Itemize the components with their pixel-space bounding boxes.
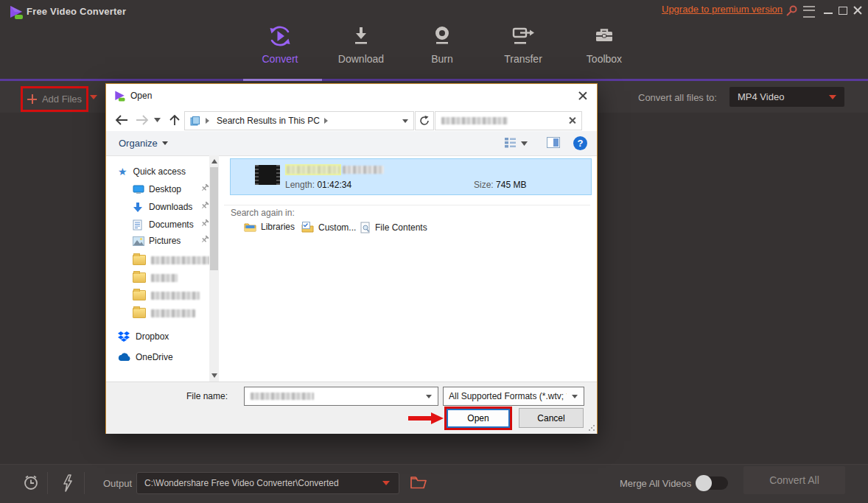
- download-icon: [324, 19, 398, 53]
- scroll-down-icon[interactable]: [211, 373, 217, 378]
- toggle-knob: [696, 475, 712, 491]
- tab-burn[interactable]: Burn: [405, 19, 479, 65]
- sidebar-item-folder[interactable]: [133, 305, 195, 321]
- schedule-clock-icon[interactable]: [22, 474, 40, 491]
- address-dropdown-caret[interactable]: [402, 119, 408, 123]
- tab-toolbox[interactable]: Toolbox: [567, 19, 641, 65]
- tab-transfer[interactable]: Transfer: [486, 19, 560, 65]
- format-filter-select[interactable]: All Supported Formats (*.wtv; *: [443, 387, 584, 406]
- forward-button[interactable]: [134, 112, 150, 128]
- tab-download[interactable]: Download: [324, 19, 398, 65]
- sidebar-item-desktop[interactable]: Desktop: [133, 181, 181, 197]
- size-label: Size:: [474, 180, 494, 190]
- chevron-down-icon: [829, 95, 836, 99]
- sidebar-item-onedrive[interactable]: OneDrive: [118, 349, 173, 365]
- refresh-button[interactable]: [415, 111, 434, 130]
- onedrive-cloud-icon: [118, 353, 131, 362]
- length-label: Length:: [285, 180, 315, 190]
- search-again-libraries[interactable]: Libraries: [244, 222, 295, 232]
- convert-all-button[interactable]: Convert All: [743, 466, 845, 494]
- sidebar-label: Downloads: [149, 202, 192, 212]
- redacted-filename-input: [251, 393, 314, 400]
- add-files-dropdown-caret[interactable]: [90, 95, 97, 99]
- desktop-icon: [133, 185, 144, 194]
- open-output-folder-icon[interactable]: [410, 475, 427, 490]
- file-name-input[interactable]: [244, 387, 438, 406]
- sidebar-item-downloads[interactable]: Downloads: [133, 199, 192, 215]
- pin-icon: [200, 201, 209, 210]
- scroll-up-icon[interactable]: [211, 159, 217, 163]
- cancel-button[interactable]: Cancel: [519, 408, 584, 428]
- address-bar[interactable]: Search Results in This PC: [184, 111, 414, 130]
- pictures-icon: [133, 236, 144, 246]
- scrollbar-thumb[interactable]: [210, 167, 218, 270]
- resize-grip[interactable]: [588, 424, 595, 432]
- sidebar-item-pictures[interactable]: Pictures: [133, 233, 181, 249]
- dialog-titlebar[interactable]: [106, 84, 597, 108]
- open-button[interactable]: Open: [447, 409, 510, 428]
- recent-locations-caret[interactable]: [152, 112, 162, 128]
- redacted-filename-ext: [343, 166, 384, 174]
- change-view-icon[interactable]: [504, 137, 517, 149]
- chevron-down-icon: [162, 141, 168, 145]
- output-path-select[interactable]: C:\Wondershare Free Video Converter\Conv…: [136, 472, 399, 494]
- sidebar-item-folder[interactable]: [133, 270, 178, 286]
- tab-convert[interactable]: Convert: [243, 19, 317, 65]
- sidebar-item-folder[interactable]: [133, 287, 200, 303]
- sidebar-item-documents[interactable]: Documents: [133, 217, 194, 233]
- annotation-arrow-open: [408, 412, 444, 424]
- back-button[interactable]: [113, 112, 130, 128]
- add-files-label: Add Files: [42, 94, 82, 105]
- preview-pane-icon[interactable]: [547, 137, 560, 148]
- custom-folder-icon: [301, 222, 314, 233]
- redacted-folder-name: [151, 292, 200, 300]
- tab-transfer-label: Transfer: [486, 53, 560, 65]
- pin-icon: [200, 235, 209, 244]
- register-search-icon[interactable]: [785, 4, 798, 17]
- breadcrumb-path[interactable]: Search Results in This PC: [217, 116, 320, 126]
- transfer-icon: [486, 19, 560, 53]
- size-value: 745 MB: [496, 180, 526, 190]
- search-result-row[interactable]: Length: 01:42:34 Size: 745 MB: [230, 158, 592, 195]
- view-options-caret[interactable]: [521, 141, 528, 146]
- dialog-close-icon[interactable]: [578, 91, 588, 101]
- clear-search-icon[interactable]: [568, 116, 576, 124]
- location-icon: [189, 115, 201, 127]
- minimize-button[interactable]: [823, 5, 833, 15]
- high-speed-bolt-icon[interactable]: [60, 474, 75, 493]
- app-window: Free Video Converter Upgrade to premium …: [0, 0, 868, 503]
- sidebar-scrollbar[interactable]: [209, 155, 219, 381]
- maximize-button[interactable]: [838, 5, 848, 15]
- search-again-custom[interactable]: Custom...: [301, 222, 356, 233]
- filename-highlight: [285, 164, 341, 175]
- sidebar-label: Quick access: [133, 166, 186, 177]
- video-thumbnail-icon: [255, 165, 280, 185]
- merge-toggle[interactable]: [697, 476, 728, 490]
- breadcrumb-separator: [324, 118, 328, 124]
- search-again-file-contents[interactable]: File Contents: [360, 222, 427, 233]
- add-files-button[interactable]: Add Files: [21, 86, 88, 112]
- open-button-label: Open: [467, 413, 489, 423]
- search-input[interactable]: [435, 111, 582, 130]
- sidebar-item-dropbox[interactable]: Dropbox: [118, 328, 169, 345]
- redacted-folder-name: [151, 309, 195, 317]
- sidebar-label: Desktop: [149, 184, 181, 194]
- close-button[interactable]: [853, 5, 863, 15]
- output-format-value: MP4 Video: [738, 91, 784, 102]
- help-icon[interactable]: ?: [573, 136, 587, 150]
- menu-icon[interactable]: [803, 6, 815, 18]
- footer-divider: [47, 472, 48, 494]
- up-button[interactable]: [167, 112, 183, 128]
- organize-label: Organize: [119, 138, 158, 149]
- merge-all-videos-label: Merge All Videos: [620, 478, 691, 489]
- sidebar-item-quick-access[interactable]: ★ Quick access: [118, 163, 186, 180]
- chevron-down-icon[interactable]: [426, 395, 432, 398]
- upgrade-link[interactable]: Upgrade to premium version: [662, 4, 783, 15]
- search-again-label: Search again in:: [231, 208, 295, 218]
- organize-menu[interactable]: Organize: [119, 138, 168, 149]
- chevron-down-icon: [572, 395, 578, 398]
- downloads-icon: [133, 202, 143, 213]
- footer-divider: [84, 472, 85, 494]
- output-format-select[interactable]: MP4 Video: [729, 87, 844, 107]
- sidebar-item-folder[interactable]: [133, 252, 213, 268]
